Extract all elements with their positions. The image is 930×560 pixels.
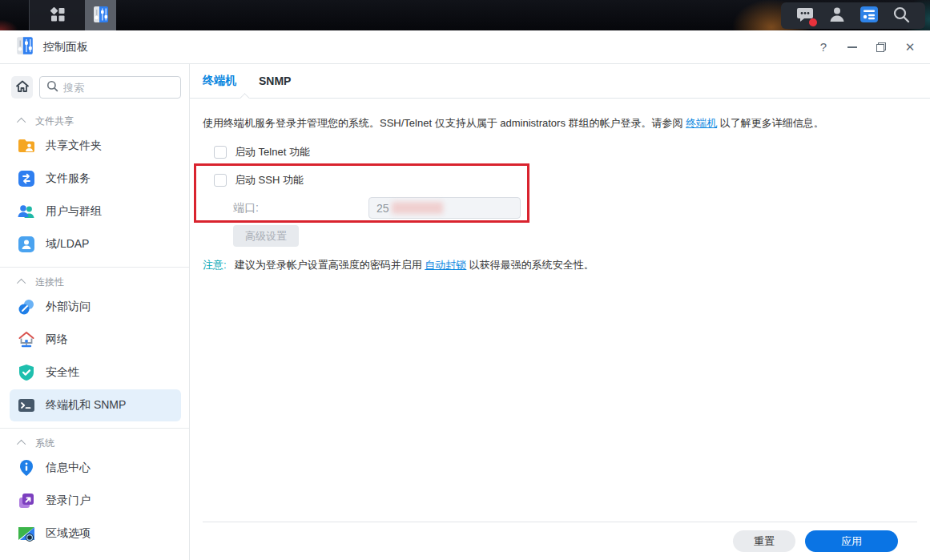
terminal-help-link[interactable]: 终端机 bbox=[686, 117, 717, 129]
security-note: 注意:建议为登录帐户设置高强度的密码并启用 自动封锁 以获得最强的系统安全性。 bbox=[203, 258, 917, 272]
minimize-icon bbox=[847, 46, 857, 48]
ssh-port-input[interactable]: 25 bbox=[368, 197, 521, 219]
file-services-icon bbox=[17, 169, 36, 188]
sidebar-divider bbox=[0, 267, 189, 268]
security-shield-icon bbox=[17, 363, 36, 382]
sidebar-search[interactable] bbox=[39, 76, 181, 99]
tab-content: 使用终端机服务登录并管理您的系统。SSH/Telnet 仅支持从属于 admin… bbox=[190, 99, 930, 522]
terminal-description: 使用终端机服务登录并管理您的系统。SSH/Telnet 仅支持从属于 admin… bbox=[203, 115, 917, 131]
search-icon bbox=[46, 80, 58, 95]
window-titlebar: 控制面板 ? ✕ bbox=[0, 30, 930, 63]
reset-button[interactable]: 重置 bbox=[733, 530, 795, 552]
sidebar-item-terminal-snmp[interactable]: 终端机和 SNMP bbox=[10, 389, 181, 421]
window-title: 控制面板 bbox=[43, 40, 88, 54]
telnet-checkbox[interactable] bbox=[214, 146, 227, 159]
ssh-port-row: 端口: 25 bbox=[233, 197, 527, 219]
sidebar: 文件共享 共享文件夹 bbox=[0, 64, 190, 560]
restore-button[interactable] bbox=[872, 38, 890, 56]
tab-snmp[interactable]: SNMP bbox=[259, 75, 291, 87]
tab-bar: 终端机 SNMP bbox=[190, 64, 930, 99]
external-access-icon bbox=[17, 297, 36, 316]
chevron-up-icon bbox=[17, 118, 26, 127]
taskbar-control-panel-button[interactable] bbox=[85, 0, 116, 30]
domain-ldap-icon bbox=[17, 235, 36, 254]
section-header-file-sharing[interactable]: 文件共享 bbox=[19, 114, 189, 128]
users-groups-icon bbox=[17, 202, 36, 221]
desktop-taskbar bbox=[0, 0, 930, 30]
chevron-up-icon bbox=[17, 279, 26, 288]
ssh-checkbox-label: 启动 SSH 功能 bbox=[235, 173, 304, 187]
notification-badge bbox=[809, 18, 817, 26]
sidebar-item-shared-folder[interactable]: 共享文件夹 bbox=[10, 130, 181, 162]
shared-folder-icon bbox=[17, 136, 36, 155]
main-panel: 终端机 SNMP 使用终端机服务登录并管理您的系统。SSH/Telnet 仅支持… bbox=[190, 64, 930, 560]
action-footer: 重置 应用 bbox=[203, 522, 917, 560]
ssh-checkbox-row: 启动 SSH 功能 bbox=[214, 173, 527, 187]
widgets-icon bbox=[859, 4, 880, 27]
auto-block-link[interactable]: 自动封锁 bbox=[425, 259, 466, 271]
widgets-button[interactable] bbox=[857, 4, 881, 28]
user-menu-button[interactable] bbox=[825, 4, 849, 28]
home-icon bbox=[15, 79, 30, 96]
main-menu-button[interactable] bbox=[30, 0, 85, 30]
terminal-snmp-icon bbox=[17, 396, 36, 415]
system-tray bbox=[781, 2, 925, 29]
global-search-button[interactable] bbox=[889, 4, 913, 28]
ssh-checkbox[interactable] bbox=[214, 174, 227, 187]
note-label: 注意: bbox=[203, 259, 227, 271]
sidebar-item-file-services[interactable]: 文件服务 bbox=[10, 163, 181, 195]
apply-button[interactable]: 应用 bbox=[805, 530, 898, 552]
redaction-blur bbox=[392, 202, 443, 214]
advanced-settings-button[interactable]: 高级设置 bbox=[233, 225, 299, 247]
sidebar-item-login-portal[interactable]: 登录门户 bbox=[10, 485, 181, 517]
sidebar-divider bbox=[0, 428, 189, 429]
network-icon bbox=[17, 330, 36, 349]
sidebar-item-external-access[interactable]: 外部访问 bbox=[10, 291, 181, 323]
ssh-port-label: 端口: bbox=[233, 201, 368, 216]
sidebar-item-regional-options[interactable]: 区域选项 bbox=[10, 518, 181, 550]
control-panel-window: 控制面板 ? ✕ bbox=[0, 30, 930, 560]
notifications-button[interactable] bbox=[793, 4, 817, 28]
search-icon bbox=[892, 5, 911, 26]
control-panel-app-icon bbox=[14, 35, 35, 58]
telnet-checkbox-label: 启动 Telnet 功能 bbox=[235, 145, 310, 159]
sidebar-item-domain-ldap[interactable]: 域/LDAP bbox=[10, 228, 181, 260]
restore-icon bbox=[876, 42, 886, 52]
section-header-connectivity[interactable]: 连接性 bbox=[19, 275, 189, 289]
regional-options-icon bbox=[17, 524, 36, 543]
minimize-button[interactable] bbox=[843, 38, 861, 56]
help-button[interactable]: ? bbox=[815, 38, 832, 56]
tab-terminal[interactable]: 终端机 bbox=[203, 74, 236, 88]
login-portal-icon bbox=[17, 491, 36, 510]
info-center-icon bbox=[17, 458, 36, 477]
close-button[interactable]: ✕ bbox=[901, 38, 919, 56]
control-panel-app-icon bbox=[91, 5, 111, 26]
section-header-system[interactable]: 系统 bbox=[19, 436, 189, 450]
ssh-port-value: 25 bbox=[376, 202, 389, 215]
sidebar-item-security[interactable]: 安全性 bbox=[10, 357, 181, 389]
sidebar-item-network[interactable]: 网络 bbox=[10, 324, 181, 356]
chevron-up-icon bbox=[17, 440, 26, 449]
home-button[interactable] bbox=[11, 76, 33, 99]
search-input[interactable] bbox=[63, 82, 174, 94]
ssh-highlight-box: 启动 SSH 功能 端口: 25 bbox=[194, 163, 529, 223]
sidebar-item-users-groups[interactable]: 用户与群组 bbox=[10, 195, 181, 228]
main-menu-icon bbox=[49, 6, 66, 26]
user-icon bbox=[827, 5, 847, 26]
sidebar-item-info-center[interactable]: 信息中心 bbox=[10, 452, 181, 484]
telnet-checkbox-row: 启动 Telnet 功能 bbox=[214, 145, 917, 159]
